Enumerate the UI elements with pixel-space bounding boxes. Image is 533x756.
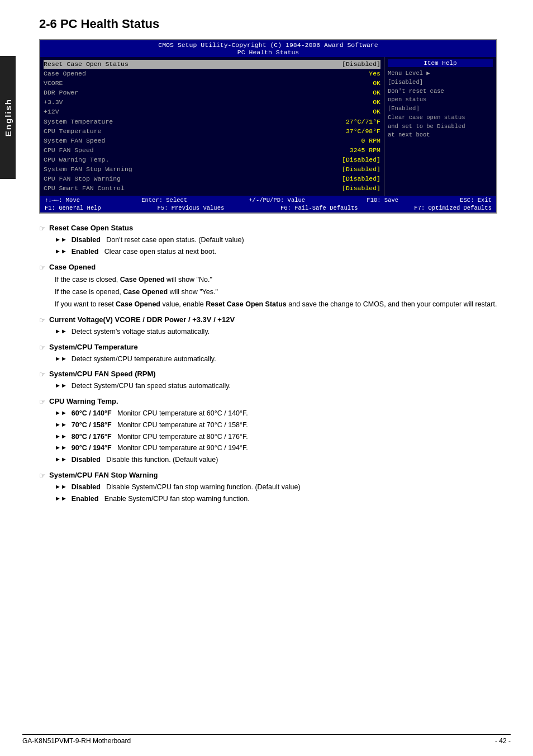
bullet-arrow-icon: ►►	[55, 327, 67, 337]
section-header: ☞Reset Case Open Status	[39, 224, 511, 233]
bios-footer-item: F1: General Help	[45, 205, 101, 211]
bios-row: +12VOK	[44, 107, 380, 116]
bios-row-label: Case Opened	[44, 69, 86, 78]
bios-row-value: [Disabled]	[342, 174, 380, 183]
bullet-text: 80°C / 176°F Monitor CPU temperature at …	[72, 432, 248, 442]
bios-footer-item: ↑↓→←: Move	[45, 197, 80, 204]
bios-row-value: OK	[373, 98, 380, 107]
bullet-text: Disabled Disable System/CPU fan stop war…	[72, 482, 301, 493]
bios-help-line: [Disabled]	[388, 78, 493, 87]
bios-row-value: 27°C/71°F	[346, 117, 380, 126]
section-header: ☞System/CPU FAN Stop Warning	[39, 471, 511, 480]
page-footer: GA-K8N51PVMT-9-RH Motherboard - 42 -	[22, 734, 511, 745]
section-paragraph: If the case is closed, Case Opened will …	[55, 274, 511, 285]
bios-screen: CMOS Setup Utility-Copyright (C) 1984-20…	[39, 39, 497, 214]
bios-help-line: open status	[388, 96, 493, 105]
section-header: ☞Case Opened	[39, 263, 511, 272]
bios-row-value: OK	[373, 79, 380, 88]
bios-footer-item: +/-/PU/PD: Value	[249, 197, 305, 204]
bios-row: CPU Smart FAN Control[Disabled]	[44, 184, 380, 193]
bullet-arrow-icon: ►►	[55, 482, 67, 493]
bullet-item: ►►Detect system's voltage status automat…	[55, 327, 511, 337]
bullet-text: 70°C / 158°F Monitor CPU temperature at …	[72, 420, 248, 431]
bios-help-line: [Enabled]	[388, 105, 493, 114]
bullet-item: ►►70°C / 158°F Monitor CPU temperature a…	[55, 420, 511, 431]
bullet-item: ►►Detect System/CPU fan speed status aut…	[55, 381, 511, 391]
bios-row: CPU Warning Temp.[Disabled]	[44, 155, 380, 164]
section-arrow-icon: ☞	[39, 263, 46, 272]
footer-right: - 42 -	[495, 737, 511, 745]
bios-row: CPU FAN Stop Warning[Disabled]	[44, 174, 380, 183]
bullet-arrow-icon: ►►	[55, 494, 67, 504]
bios-footer-item: F6: Fail-Safe Defaults	[280, 205, 358, 211]
bios-footer-item: F5: Previous Values	[158, 205, 225, 211]
bullet-arrow-icon: ►►	[55, 443, 67, 453]
section-title: Reset Case Open Status	[49, 224, 133, 232]
bullet-text: Enabled Clear case open status at next b…	[72, 247, 216, 257]
bios-body: Reset Case Open Status[Disabled]Case Ope…	[40, 57, 496, 196]
bios-row-value: 0 RPM	[361, 136, 380, 145]
bullet-arrow-icon: ►►	[55, 247, 67, 257]
bios-row-label: +12V	[44, 107, 59, 116]
bios-settings-panel: Reset Case Open Status[Disabled]Case Ope…	[40, 57, 384, 196]
doc-section-reset-case: ☞Reset Case Open Status►►Disabled Don't …	[39, 224, 511, 257]
doc-section-case-opened: ☞Case OpenedIf the case is closed, Case …	[39, 263, 511, 310]
bullet-text: Enabled Enable System/CPU fan stop warni…	[72, 494, 250, 504]
section-paragraph: If you want to reset Case Opened value, …	[55, 299, 511, 310]
bullet-text: Disabled Disable this function. (Default…	[72, 455, 218, 465]
bios-row[interactable]: Reset Case Open Status[Disabled]	[44, 60, 380, 69]
bios-row: System FAN Stop Warning[Disabled]	[44, 165, 380, 174]
bullet-item: ►►Disabled Don't reset case open status.…	[55, 235, 511, 245]
section-arrow-icon: ☞	[39, 224, 46, 233]
bios-row: +3.3VOK	[44, 98, 380, 107]
bios-footer-item: F10: Save	[367, 197, 398, 204]
bullet-item: ►►Detect system/CPU temperature automati…	[55, 354, 511, 365]
section-title: System/CPU Temperature	[49, 343, 138, 351]
bios-title-bar: CMOS Setup Utility-Copyright (C) 1984-20…	[40, 40, 496, 57]
bios-row-value: Yes	[369, 69, 380, 78]
bios-help-panel: Item Help Menu Level ▶[Disabled]Don't re…	[384, 57, 496, 196]
section-title: System/CPU FAN Stop Warning	[49, 471, 158, 479]
bios-help-line: Clear case open status	[388, 114, 493, 122]
bullet-item: ►►Enabled Enable System/CPU fan stop war…	[55, 494, 511, 504]
bios-row: DDR PowerOK	[44, 88, 380, 97]
bullet-text: 60°C / 140°F Monitor CPU temperature at …	[72, 408, 248, 419]
bios-row-label: VCORE	[44, 79, 63, 88]
bullet-item: ►►90°C / 194°F Monitor CPU temperature a…	[55, 443, 511, 453]
bios-row-value: [Disabled]	[342, 184, 380, 193]
side-tab: English	[0, 56, 16, 179]
footer-left: GA-K8N51PVMT-9-RH Motherboard	[22, 737, 131, 745]
bios-row-label: CPU Temperature	[44, 127, 102, 136]
bullet-text: 90°C / 194°F Monitor CPU temperature at …	[72, 443, 248, 453]
bios-row-label: DDR Power	[44, 88, 78, 97]
bullet-arrow-icon: ►►	[55, 432, 67, 442]
bios-help-title: Item Help	[388, 59, 493, 67]
bullet-arrow-icon: ►►	[55, 455, 67, 465]
bios-help-line: Don't reset case	[388, 87, 493, 96]
section-header: ☞CPU Warning Temp.	[39, 397, 511, 406]
bios-row: System FAN Speed0 RPM	[44, 136, 380, 145]
bullet-text: Detect system's voltage status automatic…	[72, 327, 210, 337]
bios-footer-item: Enter: Select	[141, 197, 187, 204]
bios-row-value: OK	[373, 88, 380, 97]
bios-help-line: and set to be Disabled	[388, 122, 493, 131]
section-title: Current Voltage(V) VCORE / DDR Power / +…	[49, 315, 235, 324]
bullet-item: ►►80°C / 176°F Monitor CPU temperature a…	[55, 432, 511, 442]
page-title: 2-6 PC Health Status	[39, 17, 511, 31]
bullet-text: Detect System/CPU fan speed status autom…	[72, 381, 231, 391]
section-title: System/CPU FAN Speed (RPM)	[49, 370, 156, 378]
bios-row-value: 37°C/98°F	[346, 127, 380, 136]
bullet-arrow-icon: ►►	[55, 381, 67, 391]
bios-row: System Temperature27°C/71°F	[44, 117, 380, 126]
bullet-arrow-icon: ►►	[55, 420, 67, 431]
bullet-text: Detect system/CPU temperature automatica…	[72, 354, 216, 365]
section-arrow-icon: ☞	[39, 471, 46, 480]
bios-row-label: System Temperature	[44, 117, 113, 126]
bios-row-value: [Disabled]	[342, 165, 380, 174]
bullet-arrow-icon: ►►	[55, 408, 67, 419]
bios-footer-item: F7: Optimized Defaults	[414, 205, 492, 211]
bios-row-label: CPU FAN Stop Warning	[44, 174, 121, 183]
bios-row: CPU Temperature37°C/98°F	[44, 127, 380, 136]
bullet-text: Disabled Don't reset case open status. (…	[72, 235, 244, 245]
bios-row-label: +3.3V	[44, 98, 63, 107]
